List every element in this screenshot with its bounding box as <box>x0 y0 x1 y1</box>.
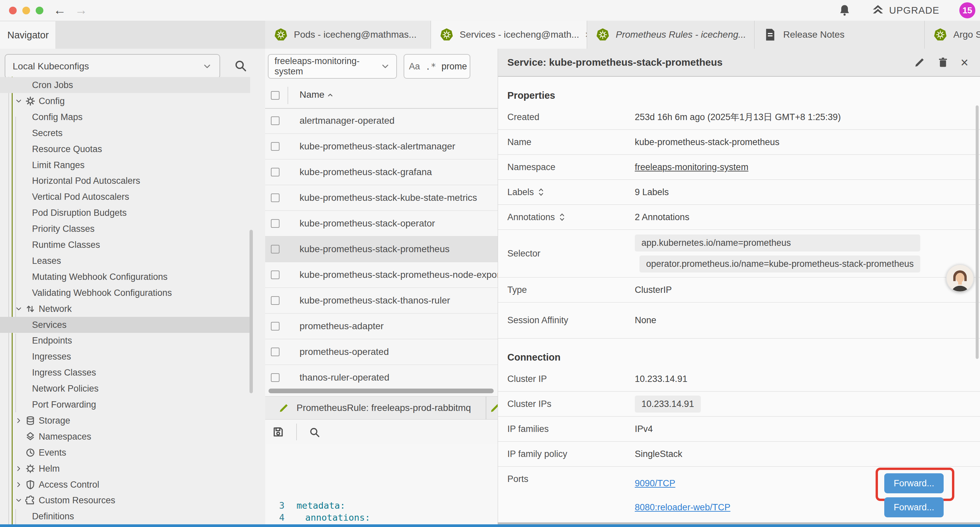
notifications-badge[interactable]: 15 <box>959 2 975 18</box>
sidebar-item-pod-disruption-budgets[interactable]: Pod Disruption Budgets <box>0 205 250 221</box>
table-row[interactable]: thanos-ruler-operated <box>265 365 498 388</box>
sidebar-search-icon[interactable] <box>234 59 248 73</box>
row-checkbox[interactable] <box>271 168 280 177</box>
table-row[interactable]: kube-prometheus-stack-thanos-ruler <box>265 288 498 314</box>
editor-tab-prometheusrule[interactable]: PrometheusRule: freeleaps-prod-rabbitmq <box>265 396 486 419</box>
sidebar-item-resource-quotas[interactable]: Resource Quotas <box>0 141 250 157</box>
port-link[interactable]: 9090/TCP <box>635 478 675 489</box>
expander-icon[interactable] <box>538 188 544 196</box>
horizontal-scrollbar[interactable] <box>269 388 494 393</box>
chevron-right-icon[interactable] <box>15 465 23 473</box>
sort-asc-icon[interactable] <box>326 91 334 99</box>
sidebar-item-network[interactable]: Network <box>0 301 250 317</box>
namespace-link[interactable]: freeleaps-monitoring-system <box>635 162 749 172</box>
forward-arrow-icon[interactable]: → <box>75 3 88 18</box>
table-row[interactable]: kube-prometheus-stack-alertmanager <box>265 134 498 159</box>
row-checkbox[interactable] <box>271 245 280 253</box>
back-arrow-icon[interactable]: ← <box>53 3 66 18</box>
sidebar-item-priority-classes[interactable]: Priority Classes <box>0 221 250 237</box>
delete-trash-icon[interactable] <box>937 57 949 68</box>
sidebar-item-namespaces[interactable]: Namespaces <box>0 428 250 444</box>
expander-icon[interactable] <box>559 213 565 221</box>
table-row[interactable]: alertmanager-operated <box>265 108 498 134</box>
row-checkbox[interactable] <box>271 373 280 382</box>
row-checkbox[interactable] <box>271 271 280 279</box>
chevron-down-icon[interactable] <box>15 305 23 313</box>
close-icon[interactable]: × <box>961 56 968 69</box>
sidebar-item-custom-resources[interactable]: Custom Resources <box>0 492 250 508</box>
tab-prometheus-rules-icecheng[interactable]: Prometheus Rules - icecheng... <box>587 21 754 49</box>
table-row[interactable]: kube-prometheus-stack-grafana <box>265 159 498 185</box>
sidebar-item-horizontal-pod-autoscalers[interactable]: Horizontal Pod Autoscalers <box>0 173 250 189</box>
chevron-down-icon[interactable] <box>15 97 23 105</box>
row-checkbox[interactable] <box>271 142 280 151</box>
navigator-tab[interactable]: Navigator <box>0 21 56 49</box>
sidebar-item-network-policies[interactable]: Network Policies <box>0 381 250 396</box>
port-link[interactable]: 8080:reloader-web/TCP <box>635 502 730 513</box>
row-checkbox[interactable] <box>271 116 280 125</box>
sidebar-item-runtime-classes[interactable]: Runtime Classes <box>0 237 250 253</box>
table-row[interactable]: kube-prometheus-stack-prometheus <box>265 236 498 262</box>
sidebar-item-access-control[interactable]: Access Control <box>0 477 250 493</box>
traffic-light-close[interactable] <box>9 7 17 14</box>
sidebar-item-vertical-pod-autoscalers[interactable]: Vertical Pod Autoscalers <box>0 189 250 205</box>
tab-label: Services - icecheng@math... <box>460 29 579 40</box>
upgrade-button[interactable]: UPGRADE <box>871 4 939 17</box>
sidebar-item-cron-jobs[interactable]: Cron Jobs <box>0 77 250 93</box>
select-all-checkbox[interactable] <box>271 91 280 100</box>
traffic-light-zoom[interactable] <box>36 7 43 14</box>
sidebar-scrollbar[interactable] <box>250 230 253 393</box>
sidebar-item-mutating-webhook-configurations[interactable]: Mutating Webhook Configurations <box>0 269 250 285</box>
sidebar-item-helm[interactable]: Helm <box>0 461 250 477</box>
traffic-light-minimize[interactable] <box>22 7 30 14</box>
bell-icon[interactable] <box>838 4 851 17</box>
sidebar-item-secrets[interactable]: Secrets <box>0 125 250 141</box>
sidebar-item-ingress-classes[interactable]: Ingress Classes <box>0 365 250 381</box>
table-row[interactable]: kube-prometheus-stack-operator <box>265 211 498 236</box>
chevron-down-icon[interactable] <box>15 496 23 504</box>
tab-argo-se[interactable]: Argo Se <box>924 21 980 49</box>
editor-tab-bar: PrometheusRule: freeleaps-prod-rabbitmq <box>265 396 498 420</box>
sidebar-item-storage[interactable]: Storage <box>0 412 250 428</box>
resource-filter-input[interactable]: Aa .* prome <box>404 54 470 79</box>
namespace-selector[interactable]: freeleaps-monitoring-system <box>268 54 397 79</box>
sidebar-item-ingresses[interactable]: Ingresses <box>0 349 250 365</box>
table-row[interactable]: prometheus-operated <box>265 339 498 365</box>
sidebar-item-limit-ranges[interactable]: Limit Ranges <box>0 157 250 173</box>
detail-scrollbar[interactable] <box>976 105 978 359</box>
name-column-header[interactable]: Name <box>299 89 325 100</box>
sidebar-item-events[interactable]: Events <box>0 444 250 461</box>
tab-release-notes[interactable]: Release Notes <box>754 21 924 49</box>
tab-services-icecheng-math[interactable]: Services - icecheng@math...× <box>431 21 587 49</box>
kubeconfig-selector[interactable]: Local Kubeconfigs <box>5 54 220 79</box>
avatar[interactable] <box>946 264 974 292</box>
edit-pencil-icon[interactable] <box>914 57 925 68</box>
row-checkbox[interactable] <box>271 219 280 228</box>
editor-tab-partial[interactable] <box>487 396 498 419</box>
sidebar-item-config-maps[interactable]: Config Maps <box>0 109 250 125</box>
sidebar-item-endpoints[interactable]: Endpoints <box>0 333 250 349</box>
table-row[interactable]: kube-prometheus-stack-prometheus-node-ex… <box>265 262 498 288</box>
tab-pods-icecheng-mathmas[interactable]: Pods - icecheng@mathmas... <box>265 21 431 49</box>
sidebar-item-leases[interactable]: Leases <box>0 253 250 269</box>
table-row[interactable]: prometheus-adapter <box>265 314 498 339</box>
editor-search-icon[interactable] <box>309 426 321 438</box>
sidebar-item-services[interactable]: Services <box>0 317 250 333</box>
sidebar-item-label: Network <box>39 304 72 314</box>
row-checkbox[interactable] <box>271 296 280 305</box>
regex-toggle[interactable]: .* <box>425 61 436 72</box>
sidebar-item-definitions[interactable]: Definitions <box>0 508 250 524</box>
forward-button[interactable]: Forward... <box>884 497 943 517</box>
yaml-editor[interactable]: 3metadata:4annotations:5kubectl.kubernet… <box>265 444 498 524</box>
row-checkbox[interactable] <box>271 193 280 202</box>
sidebar-item-validating-webhook-configurations[interactable]: Validating Webhook Configurations <box>0 285 250 301</box>
match-case-toggle[interactable]: Aa <box>409 61 420 72</box>
sidebar-item-config[interactable]: Config <box>0 93 250 109</box>
sidebar-item-port-forwarding[interactable]: Port Forwarding <box>0 396 250 412</box>
row-checkbox[interactable] <box>271 322 280 331</box>
row-checkbox[interactable] <box>271 347 280 356</box>
table-row[interactable]: kube-prometheus-stack-kube-state-metrics <box>265 185 498 211</box>
chevron-right-icon[interactable] <box>15 481 23 489</box>
save-icon[interactable] <box>272 426 285 438</box>
chevron-right-icon[interactable] <box>15 417 23 425</box>
